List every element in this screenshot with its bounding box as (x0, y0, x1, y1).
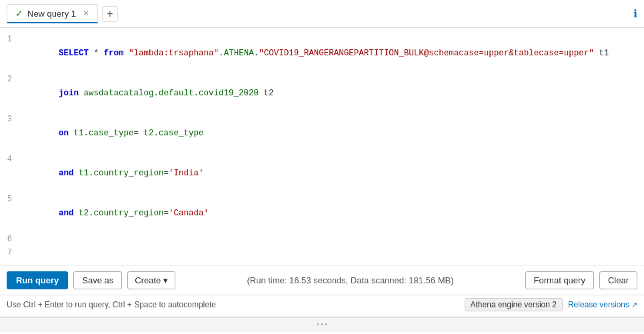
results-panel: Results ▲ country_region ▾ (0, 331, 644, 334)
line-num-7: 7 (0, 247, 19, 259)
save-as-button[interactable]: Save as (73, 271, 122, 289)
line-content-3: on t1.case_type= t2.case_type (19, 113, 644, 153)
engine-version-badge: Athena engine version 2 (465, 298, 563, 311)
create-chevron-icon: ▾ (163, 275, 168, 285)
results-header: Results (0, 331, 644, 334)
add-tab-button[interactable]: + (102, 6, 118, 22)
code-line-3: 3 on t1.case_type= t2.case_type (0, 113, 644, 153)
code-line-4: 4 and t1.country_region='India' (0, 153, 644, 193)
line-content-2: join awsdatacatalog.default.covid19_2020… (19, 73, 644, 113)
create-button[interactable]: Create ▾ (127, 271, 175, 289)
line-content-6 (19, 233, 644, 247)
code-line-2: 2 join awsdatacatalog.default.covid19_20… (0, 73, 644, 113)
panel-divider[interactable]: • • • (0, 318, 644, 331)
code-line-5: 5 and t2.country_region='Canada' (0, 193, 644, 233)
line-content-5: and t2.country_region='Canada' (19, 193, 644, 233)
format-query-button[interactable]: Format query (525, 271, 594, 289)
release-versions-link[interactable]: Release versions ↗ (568, 300, 637, 309)
hint-text: Use Ctrl + Enter to run query, Ctrl + Sp… (7, 300, 216, 309)
external-link-icon: ↗ (631, 301, 637, 309)
code-line-6: 6 (0, 233, 644, 247)
tab-label: New query 1 (27, 9, 76, 19)
code-line-1: 1 SELECT * from "lambda:trsaphana".ATHEN… (0, 33, 644, 73)
code-editor[interactable]: 1 SELECT * from "lambda:trsaphana".ATHEN… (0, 28, 644, 266)
line-content-4: and t1.country_region='India' (19, 153, 644, 193)
line-num-1: 1 (0, 33, 19, 46)
line-num-4: 4 (0, 153, 19, 166)
code-line-7: 7 (0, 247, 644, 260)
tab-bar: ✓ New query 1 ✕ + ℹ (0, 0, 644, 28)
run-info: (Run time: 16.53 seconds, Data scanned: … (181, 275, 519, 285)
create-label: Create (135, 275, 161, 285)
line-num-2: 2 (0, 73, 19, 86)
release-versions-label: Release versions (568, 300, 629, 309)
editor-area: 1 SELECT * from "lambda:trsaphana".ATHEN… (0, 28, 644, 318)
line-content-1: SELECT * from "lambda:trsaphana".ATHENA.… (19, 33, 644, 73)
line-content-7 (19, 247, 644, 260)
tab-close-icon[interactable]: ✕ (83, 9, 89, 18)
tab-check-icon: ✓ (15, 8, 23, 19)
query-toolbar: Run query Save as Create ▾ (Run time: 16… (0, 266, 644, 295)
info-icon[interactable]: ℹ (633, 7, 637, 20)
clear-button[interactable]: Clear (599, 271, 637, 289)
run-query-button[interactable]: Run query (7, 271, 68, 289)
active-tab[interactable]: ✓ New query 1 ✕ (7, 4, 98, 23)
line-num-6: 6 (0, 233, 19, 246)
hint-bar: Use Ctrl + Enter to run query, Ctrl + Sp… (0, 295, 644, 317)
line-num-5: 5 (0, 193, 19, 206)
line-num-3: 3 (0, 113, 19, 126)
